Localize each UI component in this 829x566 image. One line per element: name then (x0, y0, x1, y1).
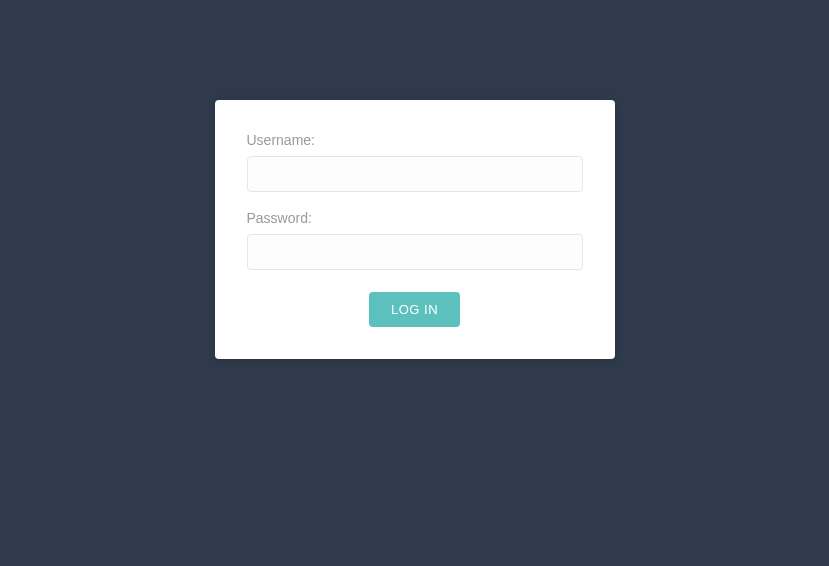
password-input[interactable] (247, 234, 583, 270)
username-label: Username: (247, 132, 583, 148)
username-group: Username: (247, 132, 583, 192)
password-label: Password: (247, 210, 583, 226)
login-card: Username: Password: LOG IN (215, 100, 615, 359)
login-button[interactable]: LOG IN (369, 292, 460, 327)
password-group: Password: (247, 210, 583, 270)
username-input[interactable] (247, 156, 583, 192)
button-row: LOG IN (247, 292, 583, 327)
